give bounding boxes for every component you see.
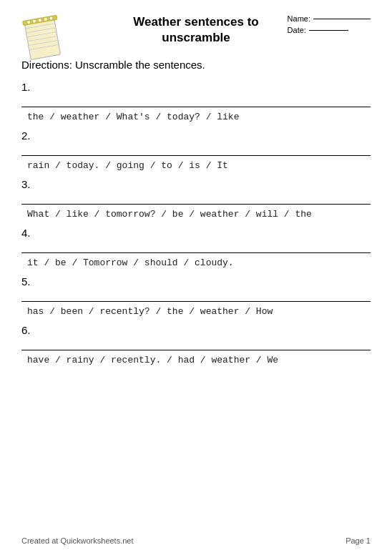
answer-line-4 — [21, 240, 371, 253]
word-hints-5: has / been / recently? / the / weather /… — [21, 306, 371, 317]
answer-line-2 — [21, 143, 371, 156]
date-line: Date: — [288, 26, 371, 34]
footer: Created at Quickworksheets.net Page 1 — [21, 536, 371, 545]
name-line: Name: — [288, 14, 371, 23]
item-number-2: 2. — [21, 129, 371, 142]
date-underline — [309, 30, 348, 31]
exercise-list: 1.the / weather / What's / today? / like… — [21, 81, 371, 365]
header: Weather sentences to unscramble Name: Da… — [21, 14, 371, 46]
exercise-item-6: 6.have / rainy / recently. / had / weath… — [21, 324, 371, 365]
item-number-4: 4. — [21, 227, 371, 239]
item-number-5: 5. — [21, 275, 371, 288]
date-label: Date: — [288, 26, 306, 34]
item-number-6: 6. — [21, 324, 371, 336]
answer-line-3 — [21, 192, 371, 205]
word-hints-1: the / weather / What's / today? / like — [21, 112, 371, 122]
title-line1: Weather sentences to — [133, 15, 258, 29]
answer-line-6 — [21, 338, 371, 350]
word-hints-2: rain / today. / going / to / is / It — [21, 160, 371, 171]
answer-line-1 — [21, 94, 371, 107]
word-hints-6: have / rainy / recently. / had / weather… — [21, 355, 371, 365]
footer-right: Page 1 — [346, 536, 371, 545]
name-label: Name: — [288, 14, 310, 23]
title-line2: unscramble — [162, 31, 230, 44]
exercise-item-1: 1.the / weather / What's / today? / like — [21, 81, 371, 122]
page: Weather sentences to unscramble Name: Da… — [0, 0, 392, 555]
word-hints-3: What / like / tomorrow? / be / weather /… — [21, 209, 371, 220]
name-underline — [313, 19, 371, 19]
word-hints-4: it / be / Tomorrow / should / cloudy. — [21, 257, 371, 268]
name-date-block: Name: Date: — [288, 14, 371, 37]
exercise-item-2: 2.rain / today. / going / to / is / It — [21, 129, 371, 171]
exercise-item-5: 5.has / been / recently? / the / weather… — [21, 275, 371, 317]
item-number-1: 1. — [21, 81, 371, 93]
item-number-3: 3. — [21, 178, 371, 190]
notebook-icon — [21, 14, 64, 61]
exercise-item-4: 4.it / be / Tomorrow / should / cloudy. — [21, 227, 371, 268]
footer-left: Created at Quickworksheets.net — [21, 536, 134, 545]
directions: Directions: Unscramble the sentences. — [21, 59, 371, 71]
exercise-item-3: 3.What / like / tomorrow? / be / weather… — [21, 178, 371, 220]
answer-line-5 — [21, 289, 371, 302]
